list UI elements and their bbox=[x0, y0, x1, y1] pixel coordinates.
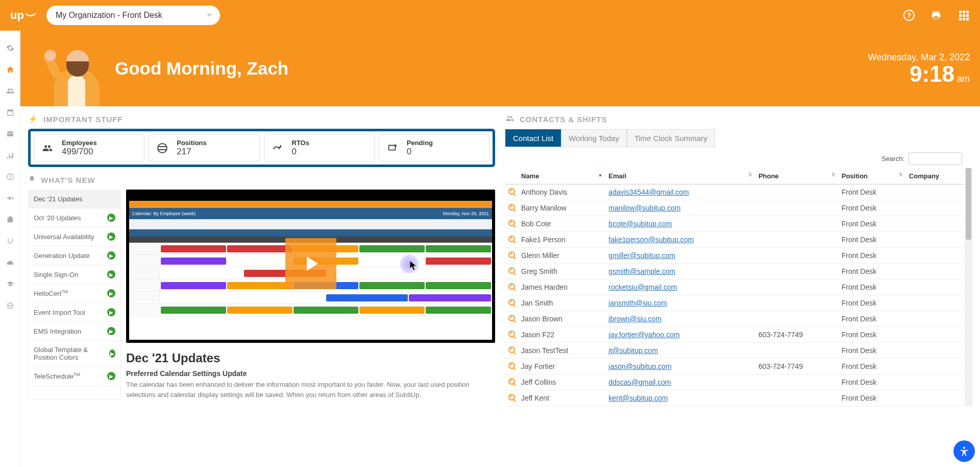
whats-new-item[interactable]: Dec '21 Updates bbox=[29, 190, 120, 208]
stat-pending[interactable]: Pending0 bbox=[379, 134, 489, 161]
email-link[interactable]: bcote@subitup.com bbox=[608, 220, 672, 228]
email-link[interactable]: jt@subitup.com bbox=[608, 346, 658, 355]
email-link[interactable]: jay.fortier@yahoo.com bbox=[608, 331, 679, 339]
whats-new-item[interactable]: Event Import Tool▶ bbox=[29, 303, 120, 322]
help-icon[interactable]: ? bbox=[903, 10, 915, 21]
chevron-right-icon: ▶ bbox=[107, 232, 115, 241]
email-link[interactable]: gsmith@sample.com bbox=[608, 267, 675, 275]
magnify-icon[interactable] bbox=[505, 375, 518, 390]
people-icon[interactable] bbox=[6, 86, 15, 96]
chevron-right-icon: ▶ bbox=[107, 289, 115, 297]
magnify-icon[interactable] bbox=[505, 311, 518, 327]
gear-icon[interactable] bbox=[6, 43, 15, 53]
cell-name: Jeff Collins bbox=[518, 375, 605, 390]
whats-new-item[interactable]: Oct '20 Updates▶ bbox=[29, 208, 120, 227]
cell-position: Front Desk bbox=[839, 279, 906, 295]
email-link[interactable]: jansmith@siu.com bbox=[608, 299, 667, 307]
chart-icon[interactable] bbox=[6, 151, 15, 160]
whats-new-item-label: Oct '20 Updates bbox=[34, 214, 81, 222]
stat-rtos[interactable]: RTOs0 bbox=[264, 134, 375, 161]
stat-employees[interactable]: Employees499/700 bbox=[34, 134, 144, 161]
print-icon[interactable] bbox=[930, 9, 942, 21]
email-link[interactable]: adavis34544@gmail.com bbox=[608, 188, 689, 196]
org-selector[interactable]: My Organization - Front Desk bbox=[46, 6, 220, 25]
clock-icon[interactable] bbox=[6, 172, 15, 181]
email-link[interactable]: kent@subitup.com bbox=[608, 394, 668, 402]
greeting: Good Morning, Zach bbox=[115, 58, 288, 79]
apps-grid-icon[interactable] bbox=[958, 9, 970, 21]
accessibility-button[interactable] bbox=[953, 440, 975, 462]
magnify-icon[interactable] bbox=[505, 343, 518, 359]
whats-new-item[interactable]: Global Template & Position Colors▶ bbox=[29, 341, 120, 367]
magnify-icon[interactable] bbox=[505, 184, 518, 200]
calendar-icon[interactable] bbox=[6, 108, 15, 117]
envelope-icon[interactable] bbox=[6, 129, 15, 138]
magnify-icon[interactable] bbox=[505, 232, 518, 248]
magnify-icon[interactable] bbox=[505, 264, 518, 279]
cell-email: jansmith@siu.com bbox=[605, 295, 755, 311]
email-link[interactable]: ddscas@gmail.com bbox=[608, 378, 671, 386]
email-link[interactable]: rocketsiu@gmail.com bbox=[608, 283, 677, 291]
email-link[interactable]: jason@subitup.com bbox=[608, 362, 671, 370]
home-icon[interactable] bbox=[6, 65, 15, 74]
magnify-icon[interactable] bbox=[505, 200, 518, 216]
stat-value: 217 bbox=[177, 147, 207, 157]
magnify-icon[interactable] bbox=[505, 390, 518, 406]
magnet-icon[interactable] bbox=[6, 237, 15, 246]
whats-new-item[interactable]: TeleScheduleTM▶ bbox=[29, 367, 120, 386]
cell-name: Greg Smith bbox=[518, 264, 605, 279]
search-input[interactable] bbox=[909, 152, 962, 165]
chevron-right-icon: ▶ bbox=[107, 372, 115, 380]
megaphone-icon[interactable] bbox=[6, 194, 15, 203]
email-link[interactable]: manilow@subitup.com bbox=[608, 204, 680, 212]
tab-working-today[interactable]: Working Today bbox=[561, 129, 627, 147]
magnify-icon[interactable] bbox=[505, 248, 518, 264]
employees-icon bbox=[40, 142, 55, 155]
graduation-icon[interactable] bbox=[6, 279, 15, 289]
column-name[interactable]: Name▲ bbox=[518, 168, 605, 184]
stat-label: Positions bbox=[177, 139, 207, 147]
magnify-icon[interactable] bbox=[505, 359, 518, 375]
whats-new-item[interactable]: HelloCertTM▶ bbox=[29, 284, 120, 303]
tab-time-clock-summary[interactable]: Time Clock Summary bbox=[627, 129, 715, 147]
column-position[interactable]: Position⇅ bbox=[839, 168, 906, 184]
briefcase-icon[interactable] bbox=[6, 215, 15, 224]
whats-new-item[interactable]: Generation Update▶ bbox=[29, 246, 120, 265]
table-row: Jay Fortierjason@subitup.com603-724-7749… bbox=[505, 359, 972, 375]
cell-position: Front Desk bbox=[839, 359, 906, 375]
cloud-icon[interactable] bbox=[6, 258, 15, 267]
people-icon bbox=[505, 114, 514, 124]
column-left: ⚡ IMPORTANT STUFF Employees499/700 Posit… bbox=[20, 106, 505, 467]
magnify-icon[interactable] bbox=[505, 327, 518, 343]
whats-new-item[interactable]: EMS Integration▶ bbox=[29, 322, 120, 341]
play-icon[interactable] bbox=[285, 238, 336, 289]
magnify-icon[interactable] bbox=[505, 279, 518, 295]
whats-new-item[interactable]: Universal Availability▶ bbox=[29, 227, 120, 246]
stat-label: Pending bbox=[407, 139, 433, 147]
stat-positions[interactable]: Positions217 bbox=[149, 134, 259, 161]
column-email[interactable]: Email⇅ bbox=[605, 168, 755, 184]
cell-phone bbox=[755, 184, 839, 200]
cell-phone bbox=[755, 264, 839, 279]
email-link[interactable]: gmiller@subitup.com bbox=[608, 251, 675, 260]
scrollbar[interactable] bbox=[965, 168, 972, 406]
email-link[interactable]: jbrown@siu.com bbox=[608, 315, 662, 323]
column-phone[interactable]: Phone⇅ bbox=[755, 168, 839, 184]
cell-company bbox=[906, 264, 972, 279]
bolt-icon: ⚡ bbox=[28, 114, 38, 124]
whats-new-item-label: Global Template & Position Colors bbox=[34, 346, 109, 361]
cell-phone: 603-724-7749 bbox=[755, 327, 839, 343]
magnify-icon[interactable] bbox=[505, 295, 518, 311]
whats-new-item[interactable]: Single Sign-On▶ bbox=[29, 265, 120, 284]
email-link[interactable]: fake1person@subitup.com bbox=[608, 236, 694, 244]
tab-contact-list[interactable]: Contact List bbox=[505, 129, 561, 147]
whats-new-item-label: HelloCertTM bbox=[34, 289, 68, 297]
cell-position: Front Desk bbox=[839, 232, 906, 248]
video-thumbnail[interactable]: Calendar: By Employee (week)Monday, Nov … bbox=[126, 190, 495, 343]
magnify-icon[interactable] bbox=[505, 216, 518, 232]
scrollbar-thumb[interactable] bbox=[966, 168, 971, 240]
globe-icon[interactable] bbox=[6, 301, 15, 310]
column-company[interactable]: Company⇅ bbox=[906, 168, 972, 184]
hero: Good Morning, Zach bbox=[20, 31, 786, 106]
contacts-tabs: Contact ListWorking TodayTime Clock Summ… bbox=[505, 129, 715, 147]
